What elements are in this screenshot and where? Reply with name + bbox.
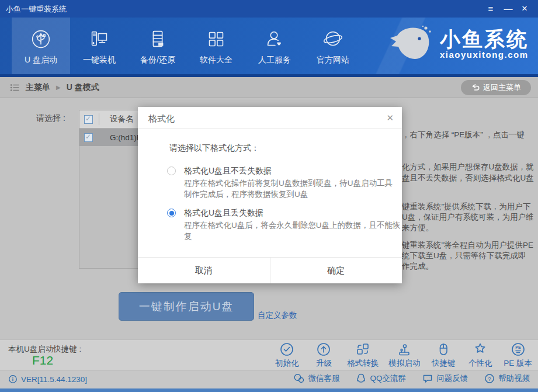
tools-bar: 初始化 升级 格式转换 模拟启动 快捷键 <box>273 342 532 369</box>
tool-personalize[interactable]: 个性化 <box>467 342 494 369</box>
menu-icon[interactable]: ≡ <box>484 2 497 16</box>
nav-item-backup-restore[interactable]: 备份/还原 <box>129 18 187 74</box>
confirm-button[interactable]: 确定 <box>270 258 402 283</box>
app-window: 小鱼一键重装系统 ≡ — ✕ U 盘启动 一键装机 <box>0 0 538 392</box>
return-arrow-icon <box>471 84 480 92</box>
back-button-label: 返回主菜单 <box>483 82 521 93</box>
version-text: VER[11.5.44.1230] <box>21 375 87 384</box>
tool-label: 升级 <box>316 358 332 369</box>
dialog-header: 格式化 ✕ <box>138 107 402 129</box>
init-check-icon <box>279 342 294 357</box>
select-all-checkbox[interactable] <box>84 115 93 124</box>
tool-simulate-boot[interactable]: 模拟启动 <box>388 342 420 369</box>
upgrade-arrow-icon <box>316 342 331 357</box>
help-text-line: 化方式，如果用户想保存U盘数据，就 <box>402 162 534 172</box>
backup-server-icon <box>145 27 170 51</box>
footer-links: 微信客服 QQ交流群 问题反馈 ? 帮助视频 <box>293 373 530 384</box>
grid-icon <box>204 27 228 51</box>
pe-version-icon: PE <box>511 342 526 357</box>
main-nav: U 盘启动 一键装机 备份/还原 软件大全 <box>0 18 538 74</box>
help-text-line: 盘且不丢失数据，否则选择格式化U盘 <box>402 173 534 183</box>
nav-item-label: U 盘启动 <box>25 55 57 65</box>
breadcrumb-current: U 盘模式 <box>67 82 99 93</box>
list-icon <box>9 82 20 93</box>
help-text-line: 作完成。 <box>402 261 433 272</box>
tool-label: 格式转换 <box>347 358 379 369</box>
tool-label: PE 版本 <box>504 358 532 369</box>
nav-item-software[interactable]: 软件大全 <box>187 18 245 74</box>
version-info: VER[11.5.44.1230] <box>8 374 87 384</box>
help-text-line: 来方便。 <box>402 223 433 233</box>
wechat-icon <box>293 373 304 384</box>
dialog-prompt: 请选择以下格式化方式： <box>169 143 259 154</box>
format-dialog: 格式化 ✕ 请选择以下格式化方式： 格式化U盘且不丢失数据 程序在格式化操作前将… <box>138 107 402 283</box>
nav-item-label: 官方网站 <box>317 55 349 65</box>
minimize-icon[interactable]: — <box>502 2 515 16</box>
nav-item-human-service[interactable]: 人工服务 <box>245 18 304 74</box>
help-text-line: 统下载至U盘，只需等待下载完成即 <box>402 251 526 261</box>
breadcrumb: 主菜单 ▶ U 盘模式 返回主菜单 <box>0 77 538 98</box>
footer-link-label: 帮助视频 <box>498 373 530 384</box>
feedback-link[interactable]: 问题反馈 <box>422 373 468 384</box>
help-text-line: U盘，保证用户有系统可装，为用户维 <box>402 212 534 223</box>
dialog-close-icon[interactable]: ✕ <box>386 113 394 123</box>
breadcrumb-root[interactable]: 主菜单 <box>26 82 50 93</box>
bottom-accent-strip <box>0 388 538 392</box>
brand-logo: 小鱼系统 xiaoyuxitong.com <box>386 25 529 63</box>
close-icon[interactable]: ✕ <box>518 2 531 16</box>
svg-text:?: ? <box>488 376 491 382</box>
dialog-footer: 取消 确定 <box>138 257 402 283</box>
tool-label: 初始化 <box>275 358 299 369</box>
back-to-main-menu-button[interactable]: 返回主菜单 <box>461 80 531 95</box>
radio-lose-data[interactable] <box>167 209 176 217</box>
wechat-support-link[interactable]: 微信客服 <box>293 373 339 384</box>
star-icon <box>473 342 488 357</box>
brand-domain: xiaoyuxitong.com <box>440 50 529 60</box>
option-title-keep-data[interactable]: 格式化U盘且不丢失数据 <box>184 166 272 176</box>
option-title-lose-data[interactable]: 格式化U盘且丢失数据 <box>184 208 263 218</box>
help-video-link[interactable]: ? 帮助视频 <box>484 373 530 384</box>
qq-group-link[interactable]: QQ交流群 <box>356 373 406 384</box>
person-icon <box>262 27 287 51</box>
nav-item-label: 人工服务 <box>258 55 291 65</box>
breadcrumb-separator-icon: ▶ <box>56 84 61 91</box>
tool-pe-version[interactable]: PE PE 版本 <box>504 342 532 369</box>
info-icon <box>8 374 18 384</box>
title-bar: 小鱼一键重装系统 ≡ — ✕ <box>0 0 538 18</box>
help-text-line: 键重装系统”提供系统下载，为用户下 <box>402 202 531 212</box>
fish-logo-icon <box>386 25 434 63</box>
nav-bottom-strip <box>0 74 538 77</box>
globe-icon <box>321 27 345 51</box>
footer-bar: VER[11.5.44.1230] 微信客服 QQ交流群 问题反馈 <box>0 370 538 388</box>
mouse-icon <box>436 342 451 357</box>
tool-format-convert[interactable]: 格式转换 <box>347 342 379 369</box>
format-convert-icon <box>355 342 370 357</box>
tool-label: 个性化 <box>468 358 492 369</box>
joystick-icon <box>397 342 412 357</box>
nav-item-label: 软件大全 <box>200 55 232 65</box>
nav-item-usb-boot[interactable]: U 盘启动 <box>12 18 70 74</box>
cancel-button[interactable]: 取消 <box>138 258 270 283</box>
radio-keep-data[interactable] <box>167 166 176 175</box>
tool-hotkey[interactable]: 快捷键 <box>430 342 457 369</box>
help-icon: ? <box>484 373 495 384</box>
footer-link-label: 微信客服 <box>308 373 339 384</box>
help-text-line: 键重装系统”将全程自动为用户提供PE <box>402 240 533 251</box>
footer-link-label: QQ交流群 <box>370 373 406 384</box>
nav-item-one-key-install[interactable]: 一键装机 <box>70 18 129 74</box>
make-boot-usb-button[interactable]: 一键制作启动U盘 <box>119 292 254 321</box>
tool-initialize[interactable]: 初始化 <box>273 342 300 369</box>
usb-icon <box>29 27 53 51</box>
brand-name: 小鱼系统 <box>440 29 529 50</box>
column-divider <box>99 113 99 125</box>
nav-item-official-site[interactable]: 官方网站 <box>304 18 362 74</box>
window-title: 小鱼一键重装系统 <box>6 4 67 15</box>
select-label: 请选择 : <box>36 113 65 124</box>
tool-upgrade[interactable]: 升级 <box>310 342 337 369</box>
help-text-line: ，右下角选择 “PE版本” ，点击一键 <box>402 130 525 140</box>
nav-item-label: 一键装机 <box>83 55 116 65</box>
option-desc-lose-data: 程序在格式化U盘后，将会永久删除您U盘上的数据，且不能恢复 <box>184 220 406 242</box>
computer-icon <box>87 27 112 51</box>
custom-params-link[interactable]: 自定义参数 <box>258 310 297 321</box>
device-row-checkbox[interactable] <box>84 133 93 142</box>
